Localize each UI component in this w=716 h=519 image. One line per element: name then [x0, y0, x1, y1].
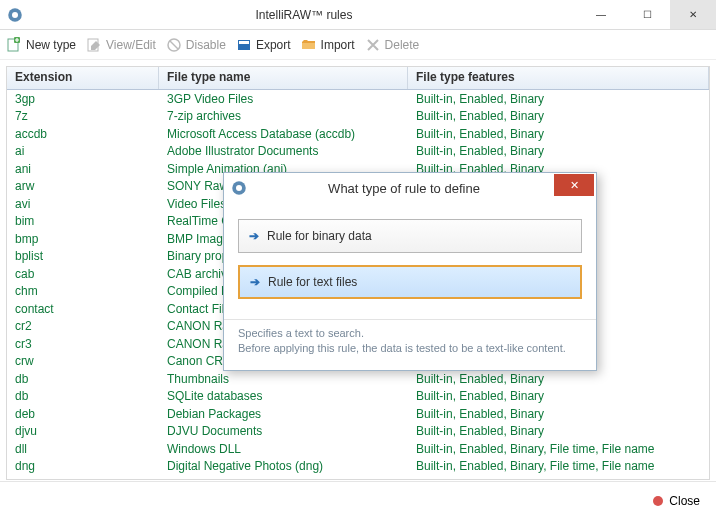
svg-rect-8 — [302, 43, 315, 49]
table-row[interactable]: accdbMicrosoft Access Database (accdb)Bu… — [7, 125, 709, 143]
dialog-hint: Specifies a text to search. Before apply… — [224, 319, 596, 370]
minimize-button[interactable]: — — [578, 0, 624, 29]
import-button[interactable]: Import — [301, 37, 355, 53]
cell-file-type-features: Built-in, Enabled, Binary — [408, 424, 709, 438]
cell-extension: 7z — [7, 109, 159, 123]
new-type-label: New type — [26, 38, 76, 52]
svg-rect-7 — [239, 41, 249, 44]
export-label: Export — [256, 38, 291, 52]
table-row[interactable]: 3gp3GP Video FilesBuilt-in, Enabled, Bin… — [7, 90, 709, 108]
cell-extension: djvu — [7, 424, 159, 438]
cell-extension: ai — [7, 144, 159, 158]
cell-file-type-features: Built-in, Enabled, Binary — [408, 109, 709, 123]
footer: Close — [0, 481, 716, 519]
export-button[interactable]: Export — [236, 37, 291, 53]
cell-file-type-features: Built-in, Enabled, Binary, File time, Fi… — [408, 459, 709, 473]
dialog-app-icon — [230, 179, 248, 197]
cell-file-type-name: SQLite databases — [159, 389, 408, 403]
window-title: IntelliRAW™ rules — [30, 8, 578, 22]
cell-file-type-name: Windows DLL — [159, 442, 408, 456]
delete-label: Delete — [385, 38, 420, 52]
cell-file-type-name: Adobe Illustrator Documents — [159, 144, 408, 158]
rule-binary-label: Rule for binary data — [267, 229, 372, 243]
cell-extension: dll — [7, 442, 159, 456]
cell-file-type-features: Built-in, Enabled, Binary — [408, 144, 709, 158]
close-window-button[interactable]: ✕ — [670, 0, 716, 29]
import-icon — [301, 37, 317, 53]
cell-extension: cr3 — [7, 337, 159, 351]
table-row[interactable]: dbThumbnailsBuilt-in, Enabled, Binary — [7, 370, 709, 388]
table-row[interactable]: aiAdobe Illustrator DocumentsBuilt-in, E… — [7, 143, 709, 161]
column-file-type-name[interactable]: File type name — [159, 67, 408, 89]
cell-extension: chm — [7, 284, 159, 298]
cell-extension: bim — [7, 214, 159, 228]
column-extension[interactable]: Extension — [7, 67, 159, 89]
table-row[interactable]: debDebian PackagesBuilt-in, Enabled, Bin… — [7, 405, 709, 423]
dialog-titlebar: What type of rule to define ✕ — [224, 173, 596, 203]
view-edit-button[interactable]: View/Edit — [86, 37, 156, 53]
cell-extension: cr2 — [7, 319, 159, 333]
table-row[interactable]: 7z7-zip archivesBuilt-in, Enabled, Binar… — [7, 108, 709, 126]
cell-extension: db — [7, 372, 159, 386]
cell-file-type-features: Built-in, Enabled, Binary — [408, 127, 709, 141]
delete-icon — [365, 37, 381, 53]
new-icon — [6, 37, 22, 53]
table-row[interactable]: djvuDJVU DocumentsBuilt-in, Enabled, Bin… — [7, 423, 709, 441]
toolbar: New type View/Edit Disable Export Import… — [0, 30, 716, 60]
export-icon — [236, 37, 252, 53]
cell-extension: avi — [7, 197, 159, 211]
rule-type-dialog: What type of rule to define ✕ ➔ Rule for… — [223, 172, 597, 371]
arrow-icon: ➔ — [249, 229, 259, 243]
cell-extension: 3gp — [7, 92, 159, 106]
disable-button[interactable]: Disable — [166, 37, 226, 53]
cell-extension: deb — [7, 407, 159, 421]
cell-extension: ani — [7, 162, 159, 176]
cell-extension: dng — [7, 459, 159, 473]
cell-extension: cab — [7, 267, 159, 281]
cell-file-type-name: Microsoft Access Database (accdb) — [159, 127, 408, 141]
cell-extension: db — [7, 389, 159, 403]
app-icon — [6, 6, 24, 24]
dialog-close-button[interactable]: ✕ — [554, 174, 594, 196]
table-row[interactable]: dllWindows DLLBuilt-in, Enabled, Binary,… — [7, 440, 709, 458]
cell-file-type-name: Debian Packages — [159, 407, 408, 421]
table-row[interactable]: dbSQLite databasesBuilt-in, Enabled, Bin… — [7, 388, 709, 406]
column-file-type-features[interactable]: File type features — [408, 67, 709, 89]
rule-text-label: Rule for text files — [268, 275, 357, 289]
delete-button[interactable]: Delete — [365, 37, 420, 53]
cell-file-type-features: Built-in, Enabled, Binary — [408, 372, 709, 386]
cell-file-type-name: Digital Negative Photos (dng) — [159, 459, 408, 473]
cell-file-type-name: 3GP Video Files — [159, 92, 408, 106]
cell-extension: crw — [7, 354, 159, 368]
svg-point-1 — [12, 12, 18, 18]
new-type-button[interactable]: New type — [6, 37, 76, 53]
cell-file-type-name: 7-zip archives — [159, 109, 408, 123]
disable-icon — [166, 37, 182, 53]
title-bar: IntelliRAW™ rules — ☐ ✕ — [0, 0, 716, 30]
hint-line-1: Specifies a text to search. — [238, 326, 582, 341]
window-controls: — ☐ ✕ — [578, 0, 716, 29]
view-edit-icon — [86, 37, 102, 53]
view-edit-label: View/Edit — [106, 38, 156, 52]
table-header: Extension File type name File type featu… — [7, 67, 709, 90]
arrow-icon: ➔ — [250, 275, 260, 289]
rule-text-button[interactable]: ➔ Rule for text files — [238, 265, 582, 299]
hint-line-2: Before applying this rule, the data is t… — [238, 341, 582, 356]
dialog-title: What type of rule to define — [254, 181, 554, 196]
cell-file-type-features: Built-in, Enabled, Binary — [408, 389, 709, 403]
table-row[interactable]: dngDigital Negative Photos (dng)Built-in… — [7, 458, 709, 476]
cell-extension: bmp — [7, 232, 159, 246]
svg-point-10 — [236, 185, 242, 191]
cell-extension: contact — [7, 302, 159, 316]
dialog-body: ➔ Rule for binary data ➔ Rule for text f… — [224, 203, 596, 319]
cell-extension: bplist — [7, 249, 159, 263]
cell-file-type-name: DJVU Documents — [159, 424, 408, 438]
cell-extension: arw — [7, 179, 159, 193]
rule-binary-button[interactable]: ➔ Rule for binary data — [238, 219, 582, 253]
cell-file-type-name: Thumbnails — [159, 372, 408, 386]
close-button[interactable]: Close — [669, 494, 700, 508]
cell-file-type-features: Built-in, Enabled, Binary — [408, 92, 709, 106]
cell-file-type-features: Built-in, Enabled, Binary — [408, 407, 709, 421]
maximize-button[interactable]: ☐ — [624, 0, 670, 29]
cell-extension: accdb — [7, 127, 159, 141]
